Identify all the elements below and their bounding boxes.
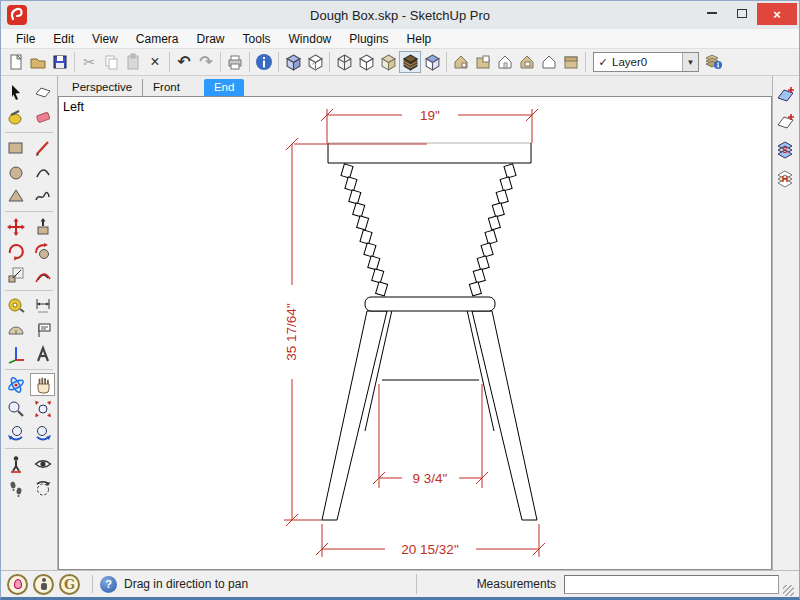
push-pull-tool[interactable] xyxy=(30,215,55,238)
x-ray-icon[interactable] xyxy=(282,51,304,73)
maximize-button[interactable] xyxy=(727,3,757,23)
follow-me-tool[interactable] xyxy=(30,239,55,262)
redo-icon[interactable]: ↷ xyxy=(195,51,217,73)
minimize-button[interactable] xyxy=(697,3,727,23)
arc-tool[interactable] xyxy=(30,160,55,183)
copy-icon[interactable] xyxy=(100,51,122,73)
pan-tool[interactable] xyxy=(30,373,55,396)
back-view-icon[interactable] xyxy=(538,51,560,73)
menu-camera[interactable]: Camera xyxy=(127,30,188,48)
layers-h-icon[interactable]: H xyxy=(776,169,796,189)
iso-view-icon[interactable] xyxy=(450,51,472,73)
shaded-icon[interactable] xyxy=(377,51,399,73)
resize-grip[interactable] xyxy=(782,584,795,597)
menu-tools[interactable]: Tools xyxy=(234,30,280,48)
title-bar: Dough Box.skp - SketchUp Pro × xyxy=(1,1,799,29)
tape-measure-tool[interactable] xyxy=(3,294,28,317)
tool-palette xyxy=(1,76,58,570)
menu-plugins[interactable]: Plugins xyxy=(340,30,397,48)
zoom-previous-tool[interactable] xyxy=(3,421,28,444)
position-camera-tool[interactable] xyxy=(3,452,28,475)
rectangle-tool[interactable] xyxy=(3,136,28,159)
dim-base-width: 20 15/32" xyxy=(401,542,459,557)
view-name-label: Left xyxy=(63,100,84,114)
circle-tool[interactable] xyxy=(3,160,28,183)
close-button[interactable]: × xyxy=(757,3,797,25)
credits-icon[interactable]: G xyxy=(59,574,80,595)
protractor-tool[interactable] xyxy=(3,318,28,341)
orbit-tool[interactable] xyxy=(3,373,28,396)
tab-perspective[interactable]: Perspective xyxy=(62,79,143,96)
tab-end[interactable]: End xyxy=(204,79,244,96)
open-icon[interactable] xyxy=(27,51,49,73)
geolocation-icon[interactable] xyxy=(7,574,28,595)
axes-tool[interactable] xyxy=(3,342,28,365)
check-icon: ✓ xyxy=(594,56,612,69)
status-divider xyxy=(92,575,93,593)
wireframe-icon[interactable] xyxy=(333,51,355,73)
dimension-tool[interactable] xyxy=(30,294,55,317)
rotate-tool[interactable] xyxy=(3,239,28,262)
measurements-input[interactable] xyxy=(564,575,779,594)
look-around-tool[interactable] xyxy=(30,452,55,475)
menu-file[interactable]: File xyxy=(7,30,44,48)
turn-around-tool[interactable] xyxy=(30,476,55,499)
add-section-plane-blue-icon[interactable] xyxy=(776,86,796,104)
scene-tabs: Perspective Front End xyxy=(58,76,772,96)
model-info-icon[interactable] xyxy=(253,51,275,73)
back-edges-icon[interactable] xyxy=(304,51,326,73)
eraser-tool[interactable] xyxy=(30,105,55,128)
cut-icon[interactable]: ✂ xyxy=(78,51,100,73)
text-tool[interactable] xyxy=(30,318,55,341)
menu-help[interactable]: Help xyxy=(398,30,441,48)
freehand-tool[interactable] xyxy=(30,184,55,207)
status-hint: Drag in direction to pan xyxy=(124,577,416,591)
help-question-icon[interactable]: ? xyxy=(100,576,117,593)
main-column: Perspective Front End Left xyxy=(58,76,772,570)
layer-dropdown[interactable]: ✓ Layer0 ▼ xyxy=(593,52,699,72)
dim-overall-height: 35 17/64" xyxy=(284,303,299,361)
make-component-tool[interactable] xyxy=(30,81,55,104)
offset-tool[interactable] xyxy=(30,263,55,286)
scale-tool[interactable] xyxy=(3,263,28,286)
sketchup-window: Dough Box.skp - SketchUp Pro × File Edit… xyxy=(0,0,800,600)
paint-bucket-tool[interactable] xyxy=(3,105,28,128)
new-icon[interactable] xyxy=(5,51,27,73)
hidden-line-icon[interactable] xyxy=(355,51,377,73)
zoom-tool[interactable] xyxy=(3,397,28,420)
save-icon[interactable] xyxy=(49,51,71,73)
right-view-icon[interactable] xyxy=(516,51,538,73)
dim-stretcher-width: 9 3/4" xyxy=(413,471,448,486)
front-view-icon[interactable] xyxy=(494,51,516,73)
erase-icon[interactable]: × xyxy=(144,51,166,73)
tab-front[interactable]: Front xyxy=(143,79,190,96)
layer-manager-icon[interactable] xyxy=(703,51,725,73)
move-tool[interactable] xyxy=(3,215,28,238)
menu-window[interactable]: Window xyxy=(280,30,341,48)
model-figure-icon[interactable] xyxy=(33,574,54,595)
shaded-with-textures-icon[interactable] xyxy=(399,51,421,73)
zoom-next-tool[interactable] xyxy=(30,421,55,444)
polygon-tool[interactable] xyxy=(3,184,28,207)
drawing-canvas[interactable]: Left xyxy=(58,96,772,570)
layers-s-icon[interactable]: S xyxy=(776,140,796,160)
chevron-down-icon[interactable]: ▼ xyxy=(682,53,698,71)
paste-icon[interactable] xyxy=(122,51,144,73)
zoom-extents-tool[interactable] xyxy=(30,397,55,420)
add-section-plane-white-icon[interactable] xyxy=(776,113,796,131)
left-view-icon[interactable] xyxy=(560,51,582,73)
print-icon[interactable] xyxy=(224,51,246,73)
walk-tool[interactable] xyxy=(3,476,28,499)
3d-text-tool[interactable] xyxy=(30,342,55,365)
maximize-icon xyxy=(737,9,747,18)
top-view-icon[interactable] xyxy=(472,51,494,73)
select-tool[interactable] xyxy=(3,81,28,104)
monochrome-icon[interactable] xyxy=(421,51,443,73)
menu-draw[interactable]: Draw xyxy=(188,30,234,48)
undo-icon[interactable]: ↶ xyxy=(173,51,195,73)
menu-view[interactable]: View xyxy=(83,30,127,48)
dimension-lines xyxy=(284,109,545,557)
menu-edit[interactable]: Edit xyxy=(44,30,83,48)
line-tool[interactable] xyxy=(30,136,55,159)
main-toolbar: ✂ × ↶ ↷ ✓ Layer0 ▼ xyxy=(1,49,799,76)
